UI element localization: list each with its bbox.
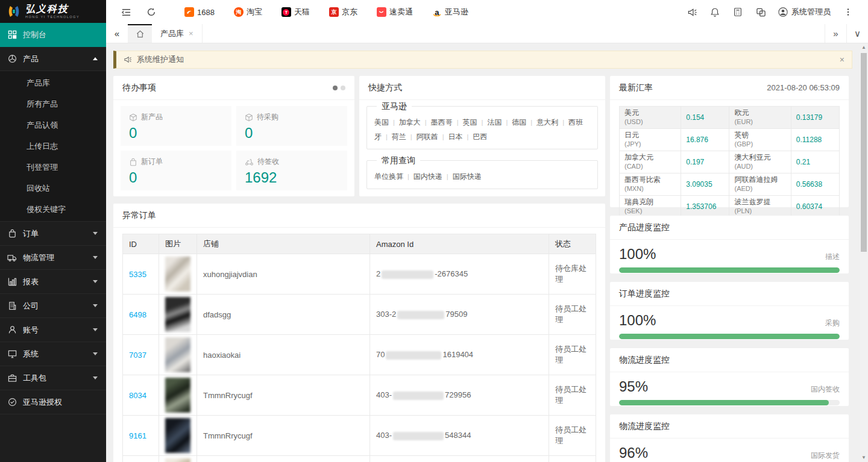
link-tmall[interactable]: T 天猫 (273, 0, 318, 24)
redacted-segment (382, 270, 433, 279)
chevron-down-icon (93, 376, 98, 379)
link-taobao[interactable]: 淘 淘宝 (225, 0, 271, 24)
todo-panel: 待办事项 新产品 0 (113, 76, 354, 196)
shop-name: TmmnRrycugf (197, 416, 370, 456)
sidebar-item-system[interactable]: 系统 (0, 342, 106, 366)
link-1688[interactable]: 1688 (176, 0, 223, 24)
link-country-mx[interactable]: 墨西哥 (431, 118, 453, 126)
table-row: 7037 haoxiaokai 701619404 待员工处理 (123, 335, 596, 375)
link-aliexpress[interactable]: 速卖通 (368, 0, 421, 24)
collapse-sidebar-icon[interactable] (115, 0, 137, 24)
dashboard-icon (7, 30, 17, 40)
progress-bar (619, 334, 840, 339)
calculator-icon[interactable] (726, 0, 749, 24)
tab-close-icon[interactable]: × (189, 29, 193, 38)
link-country-ae[interactable]: 阿联酋 (417, 133, 438, 141)
carousel-dot[interactable] (341, 86, 345, 90)
jd-icon: 京 (329, 7, 339, 17)
sidebar-item-listing-mgmt[interactable]: 刊登管理 (0, 157, 106, 178)
sidebar-item-orders[interactable]: 订单 (0, 222, 106, 246)
monitor-title: 物流进度监控 (619, 355, 670, 366)
link-domestic-express[interactable]: 国内快递 (414, 172, 442, 181)
scrollbar-down-icon[interactable]: ▼ (861, 455, 866, 460)
col-shop: 店铺 (197, 234, 370, 254)
scrollbar-thumb[interactable] (861, 53, 867, 252)
link-country-uk[interactable]: 英国 (463, 118, 477, 126)
sidebar-item-recycle-bin[interactable]: 回收站 (0, 178, 106, 199)
user-menu[interactable]: 系统管理员 (772, 7, 837, 17)
sidebar-item-upload-log[interactable]: 上传日志 (0, 136, 106, 157)
carousel-dot-active[interactable] (333, 86, 338, 90)
link-country-de[interactable]: 德国 (512, 118, 526, 126)
product-thumbnail (165, 337, 190, 372)
tabs-scroll-right[interactable]: » (825, 24, 846, 43)
tabs-menu-icon[interactable]: ∨ (846, 24, 868, 43)
sidebar-item-toolkit[interactable]: 工具包 (0, 366, 106, 390)
amazon-links-group: 亚马逊 美国|加拿大|墨西哥|英国|法国|德国|意大利|西班牙|荷兰|阿联酋|日… (366, 106, 598, 149)
refresh-icon[interactable] (140, 0, 163, 24)
bag-icon (129, 158, 137, 166)
stat-pending-receipt[interactable]: 待签收 1692 (236, 151, 347, 190)
order-id-link[interactable]: 8034 (129, 391, 146, 400)
progress-label: 采购 (825, 318, 840, 328)
sidebar-item-infringing-keywords[interactable]: 侵权关键字 (0, 199, 106, 220)
link-country-jp[interactable]: 日本 (448, 133, 463, 141)
sidebar-item-amazon-auth[interactable]: 亚马逊授权 (0, 390, 106, 414)
order-id-link[interactable]: 7037 (129, 351, 146, 360)
tab-product-library[interactable]: 产品库 × (152, 24, 203, 43)
stat-pending-purchase[interactable]: 待采购 0 (236, 106, 347, 146)
product-thumbnail (165, 297, 190, 332)
sidebar-item-company[interactable]: 公司 (0, 294, 106, 318)
announcement-icon[interactable] (681, 0, 703, 24)
link-country-ca[interactable]: 加拿大 (399, 118, 421, 126)
col-amazon-id: Amazon Id (370, 234, 549, 254)
currency-exchange-icon[interactable] (749, 0, 772, 24)
orders-title: 异常订单 (122, 210, 156, 221)
stat-new-orders[interactable]: 新订单 0 (121, 151, 231, 190)
sidebar-item-console[interactable]: 控制台 (0, 23, 106, 47)
sidebar-item-product[interactable]: 产品 (0, 47, 106, 71)
rate-row: 瑞典克朗(SEK) 1.353706 波兰兹罗提(PLN) 0.60374 (620, 196, 840, 218)
sidebar-item-logistics[interactable]: 物流管理 (0, 246, 106, 270)
monitor-title: 产品进度监控 (619, 222, 670, 233)
order-id-link[interactable]: 5335 (129, 270, 146, 279)
sidebar-item-label: 物流管理 (23, 252, 54, 263)
bell-icon[interactable] (703, 0, 726, 24)
stat-new-products[interactable]: 新产品 0 (121, 106, 231, 146)
link-country-fr[interactable]: 法国 (487, 118, 502, 126)
link-country-us[interactable]: 美国 (374, 118, 389, 126)
sidebar-item-label: 账号 (23, 325, 39, 336)
sidebar-item-product-library[interactable]: 产品库 (0, 72, 106, 93)
more-menu-icon[interactable] (837, 0, 860, 24)
order-id-link[interactable]: 9161 (129, 431, 146, 440)
link-international-express[interactable]: 国际快递 (453, 172, 482, 181)
order-id-link[interactable]: 6498 (129, 310, 146, 319)
cube-icon (129, 113, 137, 122)
link-amazon[interactable]: a 亚马逊 (424, 0, 477, 24)
rate-row: 加拿大元(CAD) 0.197 澳大利亚元(AUD) 0.21 (620, 151, 840, 173)
scrollbar-up-icon[interactable]: ▲ (861, 45, 866, 50)
link-country-br[interactable]: 巴西 (473, 133, 487, 141)
redacted-segment (393, 392, 444, 400)
building-icon (7, 301, 17, 311)
link-country-nl[interactable]: 荷兰 (392, 133, 406, 141)
product-thumbnail (165, 378, 190, 413)
sidebar-item-all-products[interactable]: 所有产品 (0, 93, 106, 114)
notice-close-icon[interactable]: × (840, 55, 844, 64)
sidebar-item-reports[interactable]: 报表 (0, 270, 106, 294)
sidebar-item-accounts[interactable]: 账号 (0, 318, 106, 342)
tabs-scroll-left[interactable]: « (106, 24, 128, 43)
sidebar-item-product-claim[interactable]: 产品认领 (0, 114, 106, 136)
topbar-right: 系统管理员 (681, 0, 860, 24)
tab-home[interactable] (128, 24, 152, 43)
tmall-icon: T (281, 7, 291, 17)
sidebar-item-label: 公司 (23, 301, 39, 311)
product-thumbnail (165, 418, 190, 453)
link-country-it[interactable]: 意大利 (536, 118, 558, 126)
todo-title: 待办事项 (122, 83, 156, 93)
notice-text: 系统维护通知 (137, 54, 184, 65)
link-jd[interactable]: 京 京东 (321, 0, 366, 24)
stat-value: 1692 (245, 169, 339, 186)
vertical-scrollbar[interactable]: ▲ ▼ (860, 43, 868, 462)
link-unit-conversion[interactable]: 单位换算 (374, 172, 403, 181)
